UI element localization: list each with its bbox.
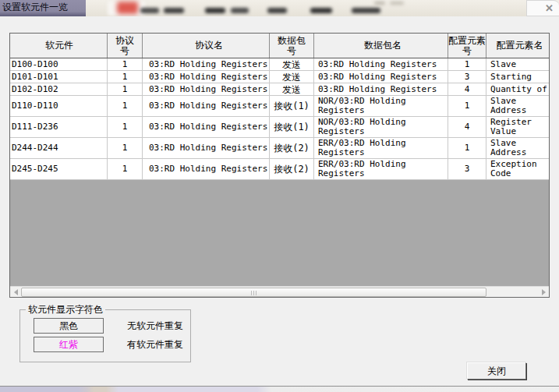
cell-packet-name: 03:RD Holding Registers <box>314 71 448 83</box>
cell-protocol-name: 03:RD Holding Registers <box>143 71 270 83</box>
table-row[interactable]: D245-D245 1 03:RD Holding Registers 接收(2… <box>10 159 549 180</box>
table-row[interactable]: D111-D236 1 03:RD Holding Registers 接收(1… <box>10 117 549 138</box>
cell-packet-name: ERR/03:RD Holding Registers <box>314 138 448 158</box>
legend-desc-no-duplicate: 无软元件重复 <box>127 320 183 333</box>
cell-element-name: Slave <box>486 58 549 70</box>
background-menu-blur <box>231 8 249 13</box>
cell-protocol-name: 03:RD Holding Registers <box>143 138 270 158</box>
background-menu-blur <box>352 8 380 13</box>
groupbox-title: 软元件显示字符色 <box>26 304 105 316</box>
device-list-dialog: 软元件 协议 号 协议名 数据包 号 数据包名 配置元素 号 配置元素名 D10… <box>0 16 559 386</box>
scroll-right-button[interactable] <box>538 287 549 298</box>
legend-row-magenta: 红紫 有软元件重复 <box>34 337 183 352</box>
scroll-left-button[interactable] <box>10 287 21 298</box>
cell-packet-no: 发送 <box>270 58 314 70</box>
cell-element-no: 1 <box>448 138 486 158</box>
color-legend-groupbox: 软元件显示字符色 黑色 无软元件重复 红紫 有软元件重复 <box>19 309 191 362</box>
legend-row-black: 黑色 无软元件重复 <box>34 318 183 334</box>
cell-element-no: 4 <box>448 117 486 137</box>
scrollbar-grip-icon <box>251 291 257 295</box>
cell-element-no: 3 <box>448 71 486 83</box>
cell-protocol-no: 1 <box>108 138 143 158</box>
table-row[interactable]: D101-D101 1 03:RD Holding Registers 发送 0… <box>10 71 549 83</box>
cell-element-no: 1 <box>448 96 486 116</box>
background-window-corner: ✕ <box>526 0 559 16</box>
device-grid: 软元件 协议 号 协议名 数据包 号 数据包名 配置元素 号 配置元素名 D10… <box>9 33 550 298</box>
cell-protocol-name: 03:RD Holding Registers <box>143 83 270 95</box>
cell-protocol-no: 1 <box>108 117 143 137</box>
background-menu-blur <box>310 8 332 13</box>
cell-packet-name: 03:RD Holding Registers <box>314 58 448 70</box>
background-window-bottom <box>0 387 559 392</box>
cell-packet-name: ERR/03:RD Holding Registers <box>314 159 448 179</box>
black-color-button[interactable]: 黑色 <box>34 318 104 334</box>
close-icon[interactable]: ✕ <box>545 2 554 15</box>
cell-packet-no: 接收(1) <box>270 117 314 137</box>
cell-protocol-name: 03:RD Holding Registers <box>143 96 270 116</box>
table-row[interactable]: D244-D244 1 03:RD Holding Registers 接收(2… <box>10 138 549 159</box>
table-row[interactable]: D110-D110 1 03:RD Holding Registers 接收(1… <box>10 96 549 117</box>
horizontal-scrollbar[interactable] <box>10 286 549 297</box>
background-red-icon-blur <box>117 2 138 14</box>
cell-protocol-name: 03:RD Holding Registers <box>143 117 270 137</box>
header-packet-name: 数据包名 <box>314 34 448 58</box>
cell-element-no: 4 <box>448 83 486 95</box>
cell-packet-no: 发送 <box>270 83 314 95</box>
background-menu-blur <box>205 8 225 13</box>
cell-element-name: Register Value <box>486 117 549 137</box>
background-menu-blur <box>140 8 159 13</box>
table-row[interactable]: D100-D100 1 03:RD Holding Registers 发送 0… <box>10 58 549 71</box>
background-menu-blur <box>164 8 184 13</box>
scrollbar-thumb[interactable] <box>21 288 486 297</box>
header-protocol-no: 协议 号 <box>108 34 143 58</box>
cell-protocol-name: 03:RD Holding Registers <box>143 58 270 70</box>
legend-desc-duplicate: 有软元件重复 <box>127 338 183 351</box>
header-packet-no: 数据包 号 <box>270 34 314 58</box>
background-menu-blur <box>267 8 287 13</box>
cell-packet-no: 接收(2) <box>270 159 314 179</box>
cell-element-name: Starting <box>486 71 549 83</box>
background-menu-blur <box>374 2 385 5</box>
cell-packet-name: 03:RD Holding Registers <box>314 83 448 95</box>
cell-element-name: Slave Address <box>486 138 549 158</box>
cell-device: D111-D236 <box>10 117 108 137</box>
cell-element-name: Slave Address <box>486 96 549 116</box>
scroll-right-icon <box>542 289 546 295</box>
background-window-strip: 设置软元件一览 ✕ <box>0 0 559 16</box>
dialog-title: 设置软元件一览 <box>2 2 68 12</box>
cell-packet-no: 发送 <box>270 71 314 83</box>
dialog-titlebar[interactable]: 设置软元件一览 <box>0 0 86 16</box>
table-row[interactable]: D102-D102 1 03:RD Holding Registers 发送 0… <box>10 83 549 96</box>
cell-protocol-name: 03:RD Holding Registers <box>143 159 270 179</box>
grid-header-row: 软元件 协议 号 协议名 数据包 号 数据包名 配置元素 号 配置元素名 <box>10 34 549 58</box>
cell-packet-name: NOR/03:RD Holding Registers <box>314 117 448 137</box>
cell-element-name: Exception Code <box>486 159 549 179</box>
cell-packet-name: NOR/03:RD Holding Registers <box>314 96 448 116</box>
magenta-color-button[interactable]: 红紫 <box>34 337 104 352</box>
close-button[interactable]: 关闭 <box>467 362 526 380</box>
cell-protocol-no: 1 <box>108 159 143 179</box>
screen: 设置软元件一览 ✕ 软元件 协议 号 协议名 数据包 号 数据包名 配置元素 号… <box>0 0 559 392</box>
header-device: 软元件 <box>10 34 108 58</box>
cell-device: D245-D245 <box>10 159 108 179</box>
cell-protocol-no: 1 <box>108 71 143 83</box>
cell-packet-no: 接收(2) <box>270 138 314 158</box>
cell-element-no: 3 <box>448 159 486 179</box>
cell-protocol-no: 1 <box>108 96 143 116</box>
cell-protocol-no: 1 <box>108 83 143 95</box>
scroll-left-icon <box>14 289 18 295</box>
cell-element-no: 1 <box>448 58 486 70</box>
cell-device: D101-D101 <box>10 71 108 83</box>
cell-device: D244-D244 <box>10 138 108 158</box>
cell-element-name: Quantity of <box>486 83 549 95</box>
background-menu-blur <box>390 2 404 5</box>
cell-device: D110-D110 <box>10 96 108 116</box>
cell-packet-no: 接收(1) <box>270 96 314 116</box>
header-element-no: 配置元素 号 <box>448 34 486 58</box>
cell-protocol-no: 1 <box>108 58 143 70</box>
header-element-name: 配置元素名 <box>486 34 549 58</box>
header-protocol-name: 协议名 <box>143 34 270 58</box>
cell-device: D100-D100 <box>10 58 108 70</box>
cell-device: D102-D102 <box>10 83 108 95</box>
